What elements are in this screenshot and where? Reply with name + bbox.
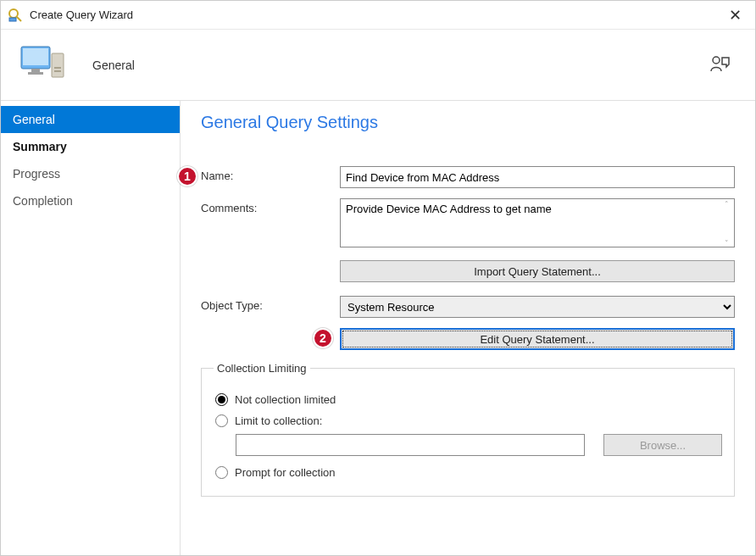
textarea-scrollbar[interactable]: ˄ ˅ [720, 201, 732, 247]
close-icon[interactable]: ✕ [722, 6, 748, 25]
svg-rect-7 [52, 53, 64, 77]
svg-point-10 [713, 57, 720, 64]
svg-point-0 [9, 9, 18, 18]
collection-limiting-group: Collection Limiting Not collection limit… [201, 362, 735, 497]
svg-rect-6 [28, 72, 43, 75]
collection-path-input[interactable] [236, 434, 585, 456]
callout-2: 2 [313, 328, 333, 348]
radio-not-limited[interactable]: Not collection limited [215, 393, 722, 406]
radio-prompt-label: Prompt for collection [235, 466, 336, 479]
svg-rect-2 [9, 18, 16, 21]
radio-prompt-input[interactable] [215, 466, 228, 479]
sidebar-item-general[interactable]: General [1, 106, 180, 133]
object-type-row: Object Type: System Resource [201, 296, 735, 318]
sidebar-item-progress[interactable]: Progress [1, 160, 180, 187]
svg-rect-8 [54, 67, 61, 69]
computer-icon [19, 43, 67, 86]
svg-rect-9 [54, 70, 61, 72]
object-type-label: Object Type: [201, 296, 340, 312]
callout-1: 1 [177, 166, 197, 186]
radio-limit-to-label: Limit to collection: [235, 414, 322, 427]
sidebar-item-summary[interactable]: Summary [1, 133, 180, 160]
edit-query-button[interactable]: Edit Query Statement... [340, 328, 735, 350]
titlebar: Create Query Wizard ✕ [1, 1, 755, 30]
comments-input[interactable] [340, 198, 735, 247]
import-row: Import Query Statement... [201, 260, 735, 282]
edit-row: 2 Edit Query Statement... [201, 328, 735, 350]
object-type-select[interactable]: System Resource [340, 296, 735, 318]
comments-label: Comments: [201, 198, 340, 214]
browse-button: Browse... [603, 434, 722, 456]
wizard-sidebar: General Summary Progress Completion [1, 101, 181, 556]
import-query-button[interactable]: Import Query Statement... [340, 260, 735, 282]
comments-row: Comments: ˄ ˅ [201, 198, 735, 250]
radio-limit-to[interactable]: Limit to collection: [215, 414, 722, 427]
wizard-header: General [1, 30, 755, 101]
name-label: Name: [201, 166, 340, 182]
window-title: Create Query Wizard [30, 8, 722, 21]
sidebar-item-completion[interactable]: Completion [1, 187, 180, 214]
svg-rect-4 [23, 48, 48, 65]
main-panel: General Query Settings 1 Name: Comments:… [181, 101, 755, 556]
section-title: General Query Settings [201, 113, 735, 132]
radio-limit-to-input[interactable] [215, 414, 228, 427]
name-input[interactable] [340, 166, 735, 188]
radio-not-limited-label: Not collection limited [235, 393, 336, 406]
radio-not-limited-input[interactable] [215, 393, 228, 406]
user-help-icon[interactable] [709, 54, 731, 75]
search-wizard-icon [8, 8, 23, 23]
svg-rect-5 [31, 69, 40, 72]
limit-to-subrow: Browse... [236, 434, 722, 456]
radio-prompt[interactable]: Prompt for collection [215, 466, 722, 479]
page-title: General [92, 58, 709, 72]
scroll-down-icon[interactable]: ˅ [720, 240, 732, 247]
scroll-up-icon[interactable]: ˄ [720, 201, 732, 208]
name-row: 1 Name: [201, 166, 735, 188]
collection-limiting-legend: Collection Limiting [214, 362, 310, 375]
content-area: General Summary Progress Completion Gene… [1, 101, 755, 556]
svg-line-1 [17, 17, 21, 21]
